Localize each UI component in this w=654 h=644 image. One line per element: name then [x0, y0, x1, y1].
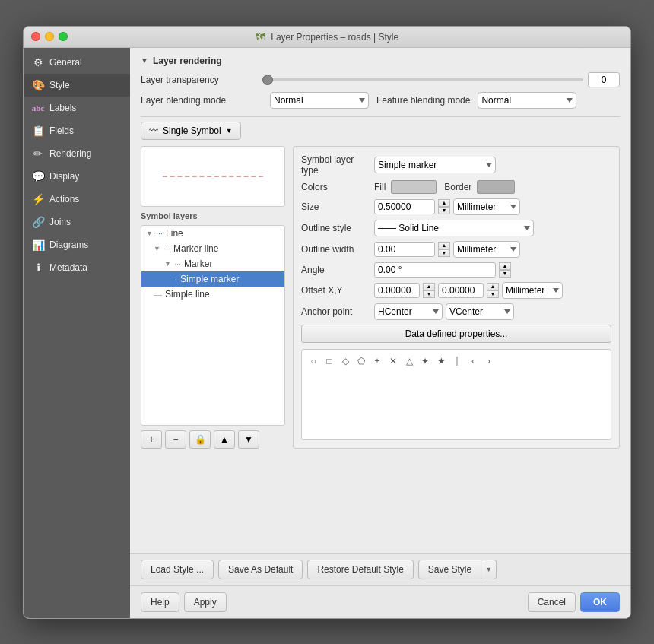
palette-circle[interactable]: ○: [306, 354, 320, 368]
sidebar-item-label-labels: Labels: [49, 103, 76, 113]
simple-marker-dot: ·: [175, 274, 177, 284]
size-down-button[interactable]: ▼: [438, 207, 450, 214]
sidebar-item-joins[interactable]: 🔗 Joins: [24, 211, 130, 233]
add-layer-button[interactable]: +: [141, 430, 162, 449]
tree-item-line[interactable]: ▼ ··· Line: [141, 226, 284, 241]
offset-y-up[interactable]: ▲: [487, 283, 499, 290]
sidebar-item-general[interactable]: ⚙ General: [24, 51, 130, 74]
tree-item-marker[interactable]: ▼ ··· Marker: [141, 256, 284, 271]
section-toggle-icon[interactable]: ▼: [141, 56, 148, 65]
preview-line: [163, 176, 263, 177]
transparency-slider-container: 0: [262, 72, 620, 87]
divider-1: [141, 116, 620, 117]
sidebar-item-actions[interactable]: ⚡ Actions: [24, 188, 130, 211]
blending-right: Normal Multiply Screen Feature blending …: [270, 92, 620, 109]
offset-label: Offset X,Y: [301, 285, 370, 296]
angle-up-button[interactable]: ▲: [499, 262, 511, 270]
palette-arrow-left[interactable]: ‹: [466, 354, 480, 368]
offset-x-down[interactable]: ▼: [423, 290, 435, 298]
tree-item-marker-line[interactable]: ▼ ··· Marker line: [141, 241, 284, 256]
size-up-button[interactable]: ▲: [438, 199, 450, 207]
tree-item-simple-marker[interactable]: · Simple marker: [141, 271, 284, 287]
blending-mode-select[interactable]: Normal Multiply Screen: [270, 92, 369, 109]
sidebar-item-display[interactable]: 💬 Display: [24, 165, 130, 188]
fill-color-swatch[interactable]: [391, 180, 437, 194]
outline-width-input[interactable]: 0.00: [374, 242, 435, 257]
anchor-v-select[interactable]: VCenter VTop VBottom: [446, 303, 514, 320]
offset-unit-select[interactable]: Millimeter Pixel: [502, 282, 563, 299]
outline-width-up-button[interactable]: ▲: [438, 242, 450, 249]
move-up-button[interactable]: ▲: [214, 430, 235, 449]
tree-item-simple-line[interactable]: — Simple line: [141, 287, 284, 302]
tree-label-simple-line: Simple line: [165, 289, 210, 300]
palette-triangle[interactable]: △: [402, 354, 416, 368]
size-unit-select[interactable]: Millimeter Pixel Map unit: [453, 198, 520, 215]
fields-icon: 📋: [31, 124, 45, 138]
data-defined-button[interactable]: Data defined properties...: [301, 325, 611, 343]
actions-icon: ⚡: [31, 192, 45, 206]
help-button[interactable]: Help: [141, 592, 179, 612]
angle-down-button[interactable]: ▼: [499, 270, 511, 278]
palette-line[interactable]: ｜: [450, 354, 464, 368]
offset-value: 0.00000 ▲ ▼ 0.00000 ▲ ▼: [374, 282, 611, 299]
left-split: Symbol layers ▼ ··· Line ▼ ··· M: [141, 146, 285, 449]
outline-width-down-button[interactable]: ▼: [438, 249, 450, 257]
palette-square[interactable]: □: [322, 354, 336, 368]
maximize-button[interactable]: [59, 32, 68, 41]
border-color-swatch[interactable]: [477, 180, 515, 194]
load-style-button[interactable]: Load Style ...: [141, 560, 214, 579]
save-as-default-button[interactable]: Save As Default: [218, 560, 303, 579]
feature-blending-select[interactable]: Normal Multiply: [478, 92, 576, 109]
ok-button[interactable]: OK: [580, 592, 620, 612]
outline-width-unit-select[interactable]: Millimeter Pixel: [453, 241, 520, 258]
tree-toggle-marker: ▼: [164, 260, 171, 268]
anchor-h-select[interactable]: HCenter HLeft HRight: [374, 303, 443, 320]
offset-x-input[interactable]: 0.00000: [374, 283, 420, 298]
palette-star4[interactable]: ✦: [418, 354, 432, 368]
apply-button[interactable]: Apply: [184, 592, 227, 612]
offset-y-input[interactable]: 0.00000: [438, 283, 484, 298]
lock-layer-button[interactable]: 🔒: [189, 430, 211, 449]
sidebar-item-metadata[interactable]: ℹ Metadata: [24, 256, 130, 279]
minimize-button[interactable]: [45, 32, 54, 41]
sidebar-item-style[interactable]: 🎨 Style: [24, 74, 130, 97]
transparency-spinbox[interactable]: 0: [588, 72, 620, 87]
move-down-button[interactable]: ▼: [238, 430, 259, 449]
remove-layer-button[interactable]: −: [165, 430, 186, 449]
colors-label: Colors: [301, 182, 370, 192]
save-style-arrow[interactable]: ▼: [481, 560, 497, 579]
palette-arrow-right[interactable]: ›: [482, 354, 496, 368]
sidebar-item-fields[interactable]: 📋 Fields: [24, 119, 130, 142]
palette-cross[interactable]: ✕: [386, 354, 400, 368]
size-label: Size: [301, 201, 370, 212]
marker-indicator: ···: [174, 259, 181, 268]
offset-row: Offset X,Y 0.00000 ▲ ▼ 0.00000 ▲: [301, 282, 611, 299]
size-input[interactable]: 0.50000: [374, 199, 435, 214]
close-button[interactable]: [31, 32, 40, 41]
sidebar-item-diagrams[interactable]: 📊 Diagrams: [24, 233, 130, 256]
palette-diamond[interactable]: ◇: [338, 354, 352, 368]
save-style-button[interactable]: Save Style: [418, 560, 481, 579]
outline-style-select[interactable]: —— Solid Line - - - Dash Line ··· Dot Li…: [374, 220, 534, 236]
transparency-slider[interactable]: [262, 78, 583, 81]
symbol-type-row: 〰 Single Symbol ▼: [141, 122, 620, 140]
offset-y-down[interactable]: ▼: [487, 290, 499, 298]
restore-default-button[interactable]: Restore Default Style: [307, 560, 413, 579]
symbol-layer-type-select[interactable]: Simple marker SVG marker Font marker: [374, 157, 496, 173]
preview-box: [141, 146, 285, 207]
palette-pentagon[interactable]: ⬠: [354, 354, 368, 368]
offset-x-up[interactable]: ▲: [423, 283, 435, 290]
sidebar-item-rendering[interactable]: ✏ Rendering: [24, 142, 130, 165]
palette-star5[interactable]: ★: [434, 354, 448, 368]
cancel-button[interactable]: Cancel: [528, 592, 576, 612]
palette-plus[interactable]: +: [370, 354, 384, 368]
sidebar-item-labels[interactable]: abc Labels: [24, 97, 130, 119]
titlebar: 🗺 Layer Properties – roads | Style: [24, 27, 630, 48]
sidebar-item-label-fields: Fields: [49, 125, 74, 136]
bottom-bar: Load Style ... Save As Default Restore D…: [130, 553, 630, 585]
tree-toggle-marker-line: ▼: [154, 245, 160, 252]
layer-tree: ▼ ··· Line ▼ ··· Marker line ▼: [141, 225, 285, 426]
layer-rendering-header: ▼ Layer rendering: [141, 56, 620, 66]
symbol-type-button[interactable]: 〰 Single Symbol ▼: [141, 122, 241, 140]
angle-input[interactable]: 0.00 °: [374, 262, 496, 278]
